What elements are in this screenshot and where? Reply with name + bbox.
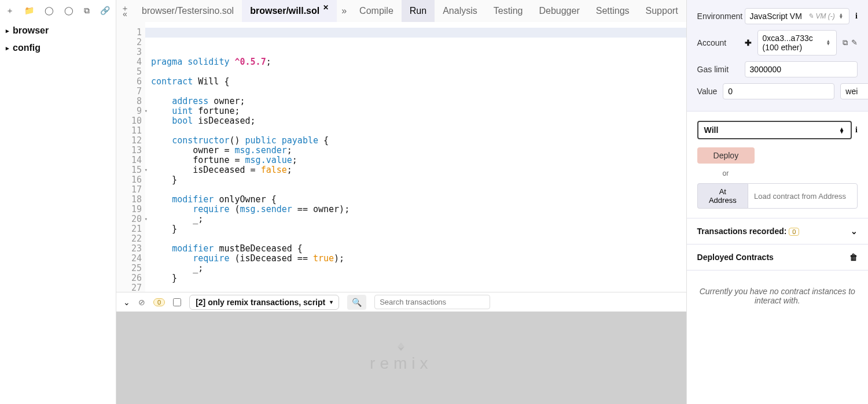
tab-label: browser/will.sol: [250, 6, 319, 16]
gist-icon[interactable]: ◯: [64, 6, 73, 16]
value-amount-input[interactable]: [723, 83, 834, 99]
line-gutter: 1234567891011121314151617181920212223242…: [116, 22, 145, 292]
github-icon[interactable]: ◯: [45, 6, 54, 16]
tree-item-browser[interactable]: ▸browser: [6, 22, 110, 39]
tab-testersino[interactable]: browser/Testersino.sol: [134, 0, 242, 22]
environment-select[interactable]: JavaScript VM✎ VM (-): [745, 8, 850, 24]
copy-icon[interactable]: ⧉: [84, 6, 90, 16]
new-file-icon[interactable]: ＋: [6, 6, 14, 16]
close-tab-icon[interactable]: ✕: [323, 3, 329, 12]
add-account-icon[interactable]: ✚: [745, 38, 752, 47]
account-select[interactable]: 0xca3...a733c (100 ether): [757, 30, 837, 55]
tree-item-label: config: [13, 43, 41, 53]
tab-testing[interactable]: Testing: [486, 0, 531, 22]
tab-will[interactable]: browser/will.sol✕: [242, 0, 337, 22]
tree-item-config[interactable]: ▸config: [6, 39, 110, 57]
remix-logo: remix: [370, 343, 432, 373]
search-icon[interactable]: 🔍: [347, 295, 366, 310]
at-address-input[interactable]: [748, 183, 858, 209]
value-unit-select[interactable]: wei: [840, 83, 868, 99]
tab-label: browser/Testersino.sol: [142, 6, 234, 16]
terminal[interactable]: remix: [116, 312, 686, 404]
info-icon[interactable]: i: [855, 125, 858, 135]
gaslimit-label: Gas limit: [697, 65, 739, 74]
tab-analysis[interactable]: Analysis: [435, 0, 486, 22]
transactions-recorded-section[interactable]: Transactions recorded: 0 ⌄: [687, 218, 868, 244]
run-panel: Environment JavaScript VM✎ VM (-) i Acco…: [687, 0, 868, 404]
value-label: Value: [697, 87, 718, 96]
code-editor[interactable]: 1234567891011121314151617181920212223242…: [116, 22, 686, 292]
no-instances-message: Currently you have no contract instances…: [687, 270, 868, 321]
clear-console-icon[interactable]: ⊘: [138, 298, 145, 307]
tx-count-badge: 0: [789, 228, 799, 236]
gaslimit-input[interactable]: [745, 61, 858, 77]
file-panel-toolbar: ＋ 📁 ◯ ◯ ⧉ 🔗: [0, 0, 116, 20]
info-icon[interactable]: i: [855, 12, 858, 21]
tab-debugger[interactable]: Debugger: [531, 0, 587, 22]
at-address-button[interactable]: At Address: [697, 183, 748, 209]
contract-select[interactable]: Will: [697, 121, 852, 139]
deployed-contracts-section: Deployed Contracts 🗑: [687, 244, 868, 270]
code-area[interactable]: pragma solidity ^0.5.7; contract Will { …: [145, 22, 686, 292]
pending-tx-badge: 0: [153, 298, 165, 306]
console-header: ⌄ ⊘ 0 [2] only remix transactions, scrip…: [116, 292, 686, 312]
listen-checkbox[interactable]: [173, 298, 181, 306]
tab-scroll-right-icon[interactable]: »: [337, 6, 351, 16]
file-panel: ＋ 📁 ◯ ◯ ⧉ 🔗 ▸browser ▸config: [0, 0, 116, 404]
console-collapse-icon[interactable]: ⌄: [123, 298, 130, 307]
edit-account-icon[interactable]: ✎: [851, 38, 858, 47]
account-label: Account: [697, 38, 739, 47]
tab-scroll-left[interactable]: ＋«: [116, 0, 134, 22]
tab-settings[interactable]: Settings: [588, 0, 638, 22]
pencil-icon[interactable]: ✎: [808, 12, 814, 20]
chevron-down-icon[interactable]: ⌄: [851, 227, 858, 236]
environment-label: Environment: [697, 12, 739, 21]
tx-filter-dropdown[interactable]: [2] only remix transactions, script: [189, 295, 339, 310]
trash-icon[interactable]: 🗑: [849, 253, 858, 262]
deploy-button[interactable]: Deploy: [697, 147, 755, 164]
search-transactions-input[interactable]: [374, 295, 490, 309]
right-tabs: » Compile Run Analysis Testing Debugger …: [337, 0, 686, 22]
link-icon[interactable]: 🔗: [100, 6, 110, 16]
tab-support[interactable]: Support: [638, 0, 686, 22]
or-label: or: [723, 169, 858, 177]
copy-account-icon[interactable]: ⧉: [843, 38, 848, 47]
tx-filter-label: [2] only remix transactions, script: [196, 298, 325, 307]
tree-item-label: browser: [13, 25, 49, 36]
tab-run[interactable]: Run: [402, 0, 435, 22]
tab-compile[interactable]: Compile: [351, 0, 402, 22]
tab-bar: ＋« browser/Testersino.sol browser/will.s…: [116, 0, 686, 22]
open-folder-icon[interactable]: 📁: [24, 6, 34, 16]
editor-area: ＋« browser/Testersino.sol browser/will.s…: [116, 0, 687, 404]
